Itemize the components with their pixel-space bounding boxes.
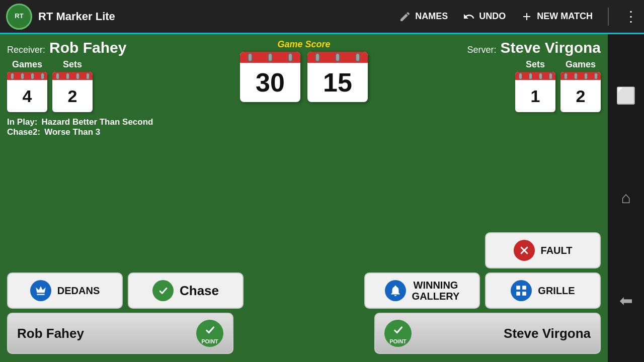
- spiral: [21, 73, 24, 79]
- spiral: [549, 73, 552, 79]
- app-title: RT Marker Lite: [38, 10, 399, 23]
- spiral: [268, 53, 273, 62]
- server-sets-book: 1: [515, 72, 555, 112]
- receiver-sets-body: 2: [68, 80, 77, 112]
- bell-svg: [389, 284, 402, 297]
- spiral: [11, 73, 14, 79]
- svg-rect-3: [522, 286, 526, 290]
- winning-gallery-line2: GALLERY: [412, 291, 460, 302]
- center-score: Game Score 30: [168, 39, 440, 102]
- spiral: [288, 53, 293, 62]
- chase-button[interactable]: Chase: [128, 273, 244, 309]
- winning-gallery-label: WINNING GALLERY: [412, 280, 460, 302]
- chase2-line: Chase2: Worse Than 3: [7, 127, 601, 137]
- receiver-games-value: 4: [23, 86, 32, 106]
- svg-point-6: [203, 323, 217, 337]
- back-icon[interactable]: ⬅: [619, 291, 633, 310]
- score-books: 30 15: [240, 52, 368, 102]
- point-text-steve: POINT: [389, 338, 407, 344]
- fault-label: FAULT: [541, 245, 573, 256]
- winning-gallery-line1: WINNING: [414, 280, 458, 291]
- dedans-button[interactable]: DEDANS: [7, 273, 123, 309]
- x-icon: [514, 240, 535, 261]
- server-games-body: 2: [576, 80, 586, 112]
- receiver-name: Rob Fahey: [49, 39, 126, 56]
- spiral: [66, 73, 69, 79]
- spiral: [574, 73, 578, 79]
- logo-text: RT: [15, 13, 23, 20]
- grille-button[interactable]: GRILLE: [485, 273, 601, 309]
- server-sets-body: 1: [531, 80, 540, 112]
- steve-virgona-point-button[interactable]: POINT Steve Virgona: [374, 313, 601, 354]
- crown-icon: [30, 280, 51, 301]
- server-side: Server: Steve Virgona Sets Games: [440, 39, 601, 112]
- score-area: Receiver: Rob Fahey Games Sets: [7, 39, 601, 112]
- receiver-sets-book-top: [52, 72, 93, 80]
- fault-button[interactable]: FAULT: [485, 232, 601, 268]
- receiver-games-body: 4: [23, 80, 32, 112]
- svg-point-7: [391, 323, 405, 337]
- server-label: Server:: [467, 45, 496, 55]
- spiral: [594, 73, 598, 79]
- spiral: [519, 73, 522, 79]
- spiral: [355, 53, 360, 62]
- point-buttons-row: Rob Fahey POINT POINT Steve Virgona: [7, 313, 601, 354]
- server-name: Steve Virgona: [500, 39, 601, 56]
- receiver-books: 4 2: [7, 72, 168, 112]
- spiral: [529, 73, 532, 79]
- pencil-icon: [399, 11, 411, 23]
- server-games-label: Games: [560, 59, 601, 70]
- home-icon[interactable]: ⌂: [621, 189, 630, 207]
- svg-point-1: [156, 284, 170, 297]
- more-options-icon[interactable]: ⋮: [624, 8, 638, 25]
- toolbar: NAMES UNDO NEW MATCH ⋮: [399, 8, 638, 26]
- landscape-icon[interactable]: ⬜: [616, 86, 636, 105]
- svg-rect-2: [517, 286, 521, 290]
- winning-gallery-button[interactable]: WINNING GALLERY: [364, 273, 480, 309]
- grille-label: GRILLE: [538, 285, 575, 297]
- grille-crown-svg: [515, 284, 528, 297]
- receiver-label: Receiver:: [7, 45, 45, 55]
- bell-icon: [385, 280, 406, 301]
- check-icon: [152, 280, 174, 301]
- main-content: Receiver: Rob Fahey Games Sets: [0, 34, 608, 362]
- new-match-button[interactable]: NEW MATCH: [521, 11, 593, 23]
- names-button[interactable]: NAMES: [399, 11, 448, 23]
- undo-button[interactable]: UNDO: [463, 11, 506, 23]
- game-score-label: Game Score: [277, 39, 330, 50]
- spiral: [584, 73, 588, 79]
- svg-rect-4: [517, 292, 521, 296]
- server-sets-label: Sets: [515, 59, 555, 70]
- spiral: [76, 73, 79, 79]
- dedans-label: DEDANS: [57, 285, 100, 297]
- server-games-value: 2: [576, 86, 586, 106]
- point-check-svg-rob: [202, 322, 217, 337]
- spiral: [315, 53, 320, 62]
- score-2-body: 15: [307, 63, 368, 102]
- spiral: [564, 73, 568, 79]
- spiral: [335, 53, 340, 62]
- plus-icon: [521, 11, 533, 23]
- main-layout: Receiver: Rob Fahey Games Sets: [0, 34, 644, 362]
- score-1-value: 30: [256, 67, 285, 98]
- in-play-area: In Play: Hazard Better Than Second Chase…: [7, 117, 601, 137]
- fault-row: FAULT: [7, 232, 601, 268]
- in-play-value: Hazard Better Than Second: [41, 117, 153, 127]
- server-books: 1 2: [515, 72, 601, 112]
- crown-svg: [34, 284, 47, 297]
- button-area: FAULT DEDANS Chase: [7, 137, 601, 357]
- svg-rect-5: [522, 292, 526, 296]
- chase2-value: Worse Than 3: [44, 127, 100, 137]
- server-sets-book-top: [515, 72, 555, 80]
- receiver-games-book-top: [7, 72, 47, 80]
- point-check-svg-steve: [390, 322, 406, 337]
- receiver-games-label: Games: [7, 59, 47, 70]
- point-text-rob: POINT: [201, 338, 218, 344]
- undo-icon: [463, 11, 475, 23]
- spiral: [86, 73, 90, 79]
- check-svg: [156, 284, 170, 298]
- rob-fahey-point-button[interactable]: Rob Fahey POINT: [7, 313, 233, 354]
- score-book-1-top: [240, 52, 300, 63]
- server-games-book: 2: [560, 72, 601, 112]
- steve-virgona-point-label: Steve Virgona: [504, 326, 591, 341]
